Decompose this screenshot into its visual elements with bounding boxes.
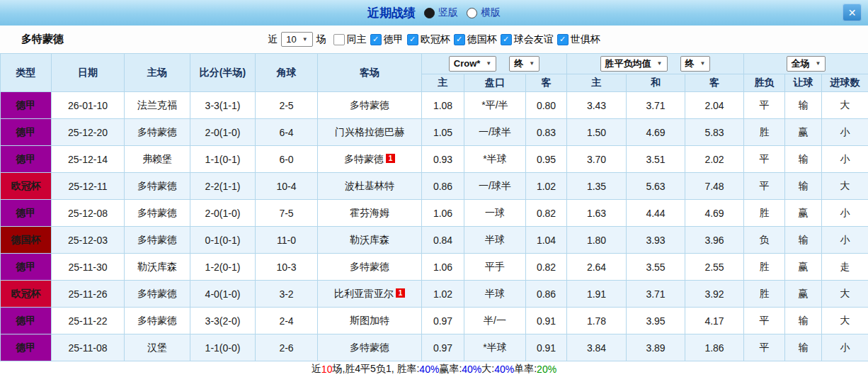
europe-lose-odds-cell: 1.86 xyxy=(685,334,744,361)
goals-result-cell: 小 xyxy=(822,227,868,254)
asia-home-odds-cell: 0.86 xyxy=(422,173,464,200)
europe-win-odds-cell: 1.80 xyxy=(567,227,627,254)
asia-handicap-cell: 半/一 xyxy=(464,308,526,334)
corners-cell: 11-0 xyxy=(256,227,318,254)
match-count-select[interactable]: 10 ▼ xyxy=(281,32,312,47)
asia-handicap-cell: 一/球半 xyxy=(464,119,526,146)
match-row: 德甲25-12-08多特蒙德2-0(1-0)7-5霍芬海姆1.06一球0.821… xyxy=(1,200,868,227)
filter-checkbox-item[interactable]: 同主 xyxy=(333,33,367,46)
filter-checkbox-label: 欧冠杯 xyxy=(421,33,450,46)
checkbox-unchecked-icon[interactable] xyxy=(333,34,345,45)
europe-lose-odds-cell: 2.02 xyxy=(685,146,744,173)
summary-segment: 单率: xyxy=(514,363,537,376)
home-team-cell: 多特蒙德 xyxy=(125,200,190,227)
filter-bar: 多特蒙德 近 10 ▼ 场 同主✓德甲✓欧冠杯✓德国杯✓球会友谊✓世俱杯 xyxy=(0,26,868,53)
handicap-result-cell: 赢 xyxy=(785,200,822,227)
home-team-cell: 汉堡 xyxy=(125,334,190,361)
score-cell: 2-2(1-1) xyxy=(190,173,256,200)
chevron-down-icon: ▼ xyxy=(700,60,706,67)
layout-horizontal-option[interactable]: 横版 xyxy=(467,6,501,19)
team-name: 多特蒙德 xyxy=(21,33,64,46)
asia-handicap-cell: 半球 xyxy=(464,227,526,254)
result-cell: 胜 xyxy=(744,281,785,308)
match-count-value: 10 xyxy=(286,34,296,45)
summary-segment: 近 xyxy=(312,363,321,376)
chevron-down-icon: ▼ xyxy=(816,60,821,67)
league-badge: 欧冠杯 xyxy=(1,173,52,200)
layout-vertical-label: 竖版 xyxy=(438,6,458,19)
goals-result-cell: 走 xyxy=(822,254,868,281)
scope-header-cell: 全场 ▼ xyxy=(744,54,868,74)
filter-checkbox-item[interactable]: ✓欧冠杯 xyxy=(407,33,450,46)
layout-horizontal-label: 横版 xyxy=(481,6,501,19)
date-cell: 25-11-22 xyxy=(52,308,125,334)
home-team-cell: 弗赖堡 xyxy=(125,146,190,173)
sub-header-asia-away: 客 xyxy=(526,74,567,92)
result-cell: 胜 xyxy=(744,254,785,281)
asia-handicap-cell: 平手 xyxy=(464,254,526,281)
europe-lose-odds-cell: 2.04 xyxy=(685,92,744,119)
odds-final-select[interactable]: 终 ▼ xyxy=(509,56,539,72)
title-bar: 近期战绩 竖版 横版 ✕ xyxy=(0,0,868,26)
filter-checkbox-item[interactable]: ✓世俱杯 xyxy=(557,33,600,46)
summary-line: 近10场,胜4平5负1, 胜率:40% 赢率:40% 大:40% 单率:20% xyxy=(0,361,868,377)
checkbox-checked-icon[interactable]: ✓ xyxy=(501,34,512,45)
europe-avg-select[interactable]: 胜平负均值 ▼ xyxy=(600,56,668,72)
corners-cell: 6-4 xyxy=(256,119,318,146)
league-badge: 欧冠杯 xyxy=(1,281,52,308)
europe-win-odds-cell: 3.84 xyxy=(567,334,627,361)
filter-checkbox-item[interactable]: ✓德甲 xyxy=(370,33,404,46)
handicap-result-cell: 输 xyxy=(785,146,822,173)
filter-checkbox-item[interactable]: ✓德国杯 xyxy=(454,33,497,46)
checkbox-checked-icon[interactable]: ✓ xyxy=(454,34,465,45)
checkbox-checked-icon[interactable]: ✓ xyxy=(557,34,569,45)
match-row: 德甲25-11-30勒沃库森1-2(0-1)10-3多特蒙德1.06平手0.82… xyxy=(1,254,868,281)
filter-checkbox-label: 德国杯 xyxy=(467,33,497,46)
handicap-result-cell: 输 xyxy=(785,92,822,119)
asia-away-odds-cell: 0.82 xyxy=(526,200,567,227)
date-cell: 25-11-08 xyxy=(52,334,125,361)
handicap-result-cell: 输 xyxy=(785,227,822,254)
away-team-name: 斯图加特 xyxy=(350,315,389,326)
europe-lose-odds-cell: 3.96 xyxy=(685,227,744,254)
handicap-result-cell: 赢 xyxy=(785,254,822,281)
away-team-name: 波杜基林特 xyxy=(345,180,394,191)
checkbox-checked-icon[interactable]: ✓ xyxy=(407,34,418,45)
asia-away-odds-cell: 0.83 xyxy=(526,119,567,146)
away-team-name: 多特蒙德 xyxy=(344,153,384,164)
close-button[interactable]: ✕ xyxy=(843,4,862,21)
asia-odds-header-cell: Crow* ▼ 终 ▼ xyxy=(422,54,567,74)
goals-result-cell: 大 xyxy=(822,92,868,119)
europe-draw-odds-cell: 3.55 xyxy=(627,254,685,281)
asia-away-odds-cell: 0.91 xyxy=(526,308,567,334)
away-team-name: 多特蒙德 xyxy=(350,99,389,111)
page-title: 近期战绩 xyxy=(367,5,416,21)
radio-checked-icon[interactable] xyxy=(424,8,435,18)
asia-home-odds-cell: 0.93 xyxy=(422,146,464,173)
result-cell: 胜 xyxy=(744,119,785,146)
corners-cell: 7-5 xyxy=(256,200,318,227)
asia-home-odds-cell: 0.97 xyxy=(422,308,464,334)
asia-away-odds-cell: 0.86 xyxy=(526,281,567,308)
europe-win-odds-cell: 1.50 xyxy=(567,119,627,146)
asia-home-odds-cell: 0.84 xyxy=(422,227,464,254)
layout-vertical-option[interactable]: 竖版 xyxy=(424,6,458,19)
checkbox-checked-icon[interactable]: ✓ xyxy=(370,34,382,45)
match-row: 德甲25-12-20多特蒙德2-0(1-0)6-4门兴格拉德巴赫1.05一/球半… xyxy=(1,119,868,146)
europe-lose-odds-cell: 2.55 xyxy=(685,254,744,281)
radio-unchecked-icon[interactable] xyxy=(467,8,477,18)
scope-select[interactable]: 全场 ▼ xyxy=(787,56,826,72)
date-cell: 25-12-14 xyxy=(52,146,125,173)
filter-checkbox-item[interactable]: ✓球会友谊 xyxy=(501,33,554,46)
europe-final-select[interactable]: 终 ▼ xyxy=(680,56,711,72)
home-team-cell: 法兰克福 xyxy=(125,92,190,119)
asia-away-odds-cell: 0.82 xyxy=(526,254,567,281)
asia-away-odds-cell: 0.95 xyxy=(526,146,567,173)
asia-home-odds-cell: 0.97 xyxy=(422,334,464,361)
league-filter-checkboxes: 同主✓德甲✓欧冠杯✓德国杯✓球会友谊✓世俱杯 xyxy=(330,33,600,46)
europe-draw-odds-cell: 3.71 xyxy=(627,281,685,308)
goals-result-cell: 小 xyxy=(822,146,868,173)
sub-header-handicap: 盘口 xyxy=(464,74,526,92)
odds-company-select[interactable]: Crow* ▼ xyxy=(449,56,496,72)
summary-segment: 40% xyxy=(462,364,481,375)
